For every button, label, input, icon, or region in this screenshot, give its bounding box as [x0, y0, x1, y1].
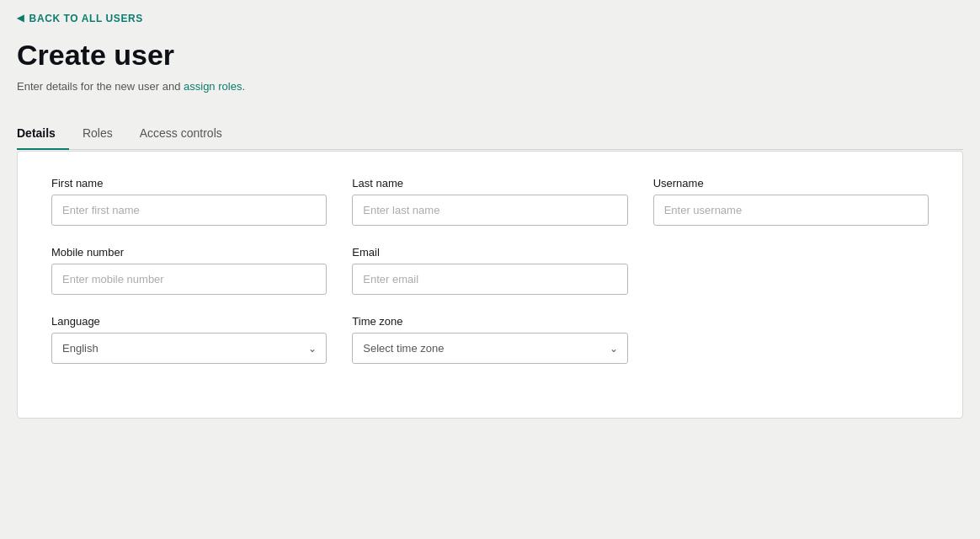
- mobile-number-input[interactable]: [51, 264, 327, 295]
- username-input[interactable]: [653, 195, 929, 226]
- first-name-label: First name: [51, 177, 327, 189]
- time-zone-select[interactable]: Select time zone UTC America/New_York Am…: [352, 333, 627, 364]
- form-row-contact: Mobile number Email: [51, 246, 929, 295]
- page-subtitle: Enter details for the new user and assig…: [17, 80, 963, 93]
- form-row-names: First name Last name Username: [51, 177, 929, 226]
- page-wrapper: ◀ BACK TO ALL USERS Create user Enter de…: [0, 0, 980, 435]
- last-name-label: Last name: [352, 177, 627, 189]
- tabs-nav: Details Roles Access controls: [17, 118, 963, 150]
- username-label: Username: [653, 177, 929, 189]
- tab-details[interactable]: Details: [17, 118, 69, 150]
- tab-access-controls[interactable]: Access controls: [126, 118, 236, 150]
- form-row-locale: Language English French Spanish German ⌄…: [51, 315, 929, 364]
- time-zone-label: Time zone: [352, 315, 627, 328]
- time-zone-select-wrapper: Select time zone UTC America/New_York Am…: [352, 333, 627, 364]
- language-group: Language English French Spanish German ⌄: [51, 315, 327, 364]
- back-to-users-link[interactable]: ◀ BACK TO ALL USERS: [17, 13, 143, 24]
- time-zone-group: Time zone Select time zone UTC America/N…: [352, 315, 627, 364]
- language-select[interactable]: English French Spanish German: [51, 333, 327, 364]
- last-name-input[interactable]: [352, 195, 627, 226]
- email-input[interactable]: [352, 264, 627, 295]
- assign-roles-link[interactable]: assign roles: [184, 80, 242, 93]
- subtitle-end: .: [242, 80, 245, 93]
- language-label: Language: [51, 315, 327, 328]
- back-arrow-icon: ◀: [17, 13, 24, 24]
- form-card: First name Last name Username Mobile num…: [17, 151, 963, 419]
- first-name-input[interactable]: [51, 195, 327, 226]
- mobile-number-label: Mobile number: [51, 246, 327, 259]
- tab-roles[interactable]: Roles: [69, 118, 126, 150]
- language-select-wrapper: English French Spanish German ⌄: [51, 333, 327, 364]
- last-name-group: Last name: [352, 177, 627, 226]
- email-group: Email: [352, 246, 627, 295]
- page-title: Create user: [17, 38, 963, 72]
- email-label: Email: [352, 246, 627, 259]
- first-name-group: First name: [51, 177, 327, 226]
- subtitle-text: Enter details for the new user and: [17, 80, 184, 93]
- mobile-number-group: Mobile number: [51, 246, 327, 295]
- username-group: Username: [653, 177, 929, 226]
- back-link-label: BACK TO ALL USERS: [29, 13, 143, 24]
